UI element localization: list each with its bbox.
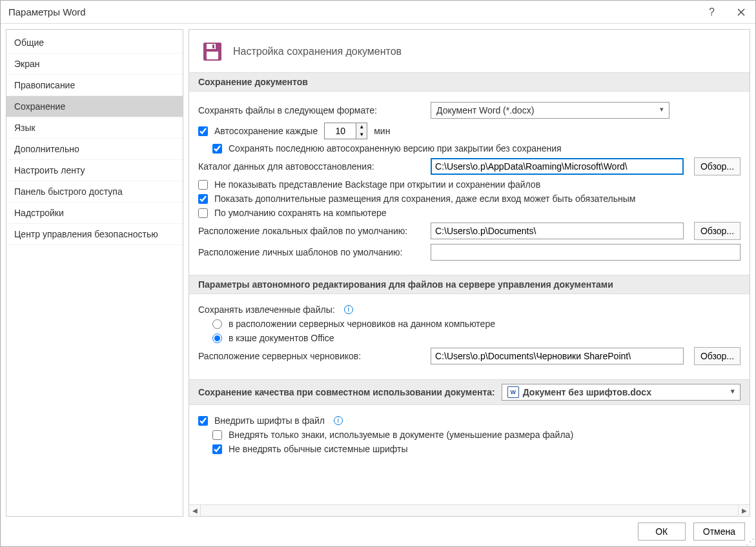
close-icon	[737, 8, 745, 16]
default-save-computer-checkbox[interactable]	[198, 208, 208, 218]
nav-item-1[interactable]: Экран	[6, 54, 183, 75]
nav-sidebar: ОбщиеЭкранПравописаниеСохранениеЯзыкДопо…	[6, 29, 183, 517]
autosave-interval-spinner[interactable]: ▲ ▼	[324, 123, 367, 139]
server-drafts-location-label: в расположении серверных черновиков на д…	[229, 319, 495, 329]
default-local-browse-button[interactable]: Обзор...	[694, 222, 741, 240]
section-offline-editing-header: Параметры автономного редактирования для…	[189, 275, 750, 294]
nav-item-2[interactable]: Правописание	[6, 75, 183, 96]
keep-last-autosave-checkbox[interactable]	[212, 144, 222, 154]
autosave-label: Автосохранение каждые	[214, 126, 318, 136]
default-local-dir-input[interactable]	[431, 223, 684, 239]
autosave-checkbox[interactable]	[198, 126, 208, 136]
office-cache-label: в кэше документов Office	[229, 333, 334, 343]
fidelity-document-select[interactable]: W Документ без шрифтов.docx	[502, 384, 741, 401]
no-common-fonts-checkbox[interactable]	[212, 444, 222, 454]
close-button[interactable]	[726, 1, 755, 24]
resize-grip[interactable]: ⋰	[746, 537, 755, 546]
keep-last-autosave-label: Сохранять последнюю автосохраненную верс…	[229, 143, 562, 154]
nav-item-6[interactable]: Настроить ленту	[6, 160, 183, 181]
nav-item-3[interactable]: Сохранение	[6, 96, 183, 117]
svg-rect-4	[207, 52, 218, 59]
no-common-fonts-label: Не внедрять обычные системные шрифты	[229, 444, 408, 454]
server-drafts-browse-button[interactable]: Обзор...	[694, 347, 741, 365]
nav-item-5[interactable]: Дополнительно	[6, 139, 183, 160]
autorecover-browse-button[interactable]: Обзор...	[694, 157, 741, 175]
save-icon	[201, 40, 224, 63]
svg-rect-5	[212, 45, 214, 48]
office-cache-radio[interactable]	[212, 333, 222, 343]
autosave-interval-input[interactable]	[325, 123, 356, 139]
default-save-computer-label: По умолчанию сохранять на компьютере	[214, 208, 387, 218]
horizontal-scrollbar[interactable]: ◀ ▶	[189, 504, 750, 516]
personal-templates-input[interactable]	[431, 244, 741, 261]
ok-button[interactable]: ОК	[638, 522, 686, 541]
scroll-right-arrow[interactable]: ▶	[738, 505, 750, 517]
scroll-left-arrow[interactable]: ◀	[189, 505, 201, 517]
nav-item-0[interactable]: Общие	[6, 32, 183, 54]
no-backstage-checkbox[interactable]	[198, 180, 208, 190]
format-select[interactable]: Документ Word (*.docx)	[431, 102, 669, 119]
spin-down[interactable]: ▼	[356, 131, 367, 139]
word-doc-icon: W	[507, 386, 519, 398]
window-title: Параметры Word	[8, 6, 697, 17]
spin-up[interactable]: ▲	[356, 123, 367, 131]
nav-item-8[interactable]: Надстройки	[6, 203, 183, 224]
page-heading: Настройка сохранения документов	[233, 46, 402, 57]
embed-only-used-checkbox[interactable]	[212, 430, 222, 440]
show-additional-locations-checkbox[interactable]	[198, 194, 208, 204]
no-backstage-label: Не показывать представление Backstage пр…	[214, 179, 540, 190]
section-preserve-fidelity-header: Сохранение качества при совместном испол…	[189, 379, 750, 405]
nav-item-7[interactable]: Панель быстрого доступа	[6, 181, 183, 203]
embed-fonts-label: Внедрить шрифты в файл	[214, 415, 325, 426]
help-button[interactable]: ?	[697, 1, 726, 24]
embed-only-used-label: Внедрять только знаки, используемые в до…	[229, 430, 573, 440]
section-save-documents-header: Сохранение документов	[189, 72, 750, 92]
cancel-button[interactable]: Отмена	[693, 522, 745, 541]
save-checkedout-label: Сохранять извлеченные файлы:	[198, 304, 335, 315]
autorecover-dir-input[interactable]	[431, 158, 684, 175]
nav-item-4[interactable]: Язык	[6, 117, 183, 139]
nav-item-9[interactable]: Центр управления безопасностью	[6, 224, 183, 245]
autosave-unit: мин	[374, 126, 390, 136]
server-drafts-location-radio[interactable]	[212, 319, 222, 329]
autorecover-dir-label: Каталог данных для автовосстановления:	[198, 161, 424, 172]
default-local-dir-label: Расположение локальных файлов по умолчан…	[198, 226, 424, 236]
info-icon[interactable]: i	[334, 416, 343, 425]
personal-templates-label: Расположение личных шаблонов по умолчани…	[198, 247, 424, 257]
embed-fonts-checkbox[interactable]	[198, 416, 208, 426]
server-drafts-dir-input[interactable]	[431, 348, 684, 364]
server-drafts-dir-label: Расположение серверных черновиков:	[198, 351, 424, 361]
show-additional-locations-label: Показать дополнительные размещения для с…	[214, 194, 636, 204]
format-label: Сохранять файлы в следующем формате:	[198, 105, 424, 115]
info-icon[interactable]: i	[344, 305, 353, 314]
